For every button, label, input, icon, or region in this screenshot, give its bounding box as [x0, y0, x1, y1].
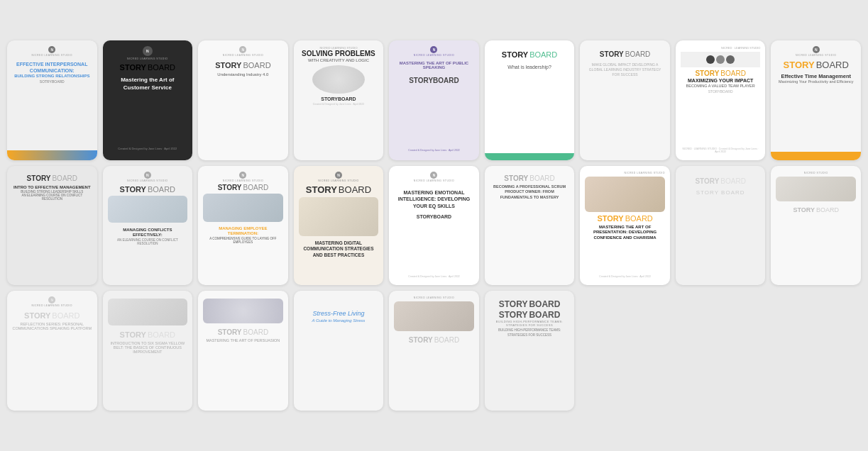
card-8-tag: NICRED · LEARNING STUDIO [681, 46, 761, 50]
card-15-story: STORY [504, 174, 528, 182]
card-20-main: INTRODUCTION TO SIX SIGMA YELLOW BELT: T… [108, 341, 188, 354]
card-2-footer: Created & Designed by Jane Lines · April… [108, 147, 188, 156]
card-20-board: BOARD [148, 330, 175, 339]
card-12-main: MANAGING EMPLOYEE TERMINATION: [203, 226, 283, 238]
card-21-main: MASTERING THE ART OF PERSUASION [203, 338, 283, 343]
card-3-tag: NICRED LEARNING STUDIO [203, 54, 283, 57]
card-9-board: BOARD [816, 60, 849, 70]
card-6-story: STORY [502, 50, 528, 59]
card-11-board: BOARD [148, 185, 175, 194]
card-5-top: MASTERING THE ART OF PUBLIC SPEAKING [394, 61, 474, 69]
card-12-board: BOARD [243, 184, 269, 191]
card-8[interactable]: NICRED · LEARNING STUDIO STORY BOARD MAX… [676, 40, 766, 160]
card-10[interactable]: STORY BOARD INTRO TO EFFECTIVE MANAGEMEN… [7, 166, 97, 286]
card-2-story: STORY [120, 63, 146, 72]
card-8-story: STORY [695, 69, 719, 77]
card-3-story: STORY [215, 61, 241, 69]
card-5-label: STORYBOARD [394, 77, 474, 84]
card-11-tag: NICRED LEARNING STUDIO [108, 179, 188, 182]
card-17[interactable]: STORY BOARD STORY BOARD [676, 166, 766, 286]
card-22-main: Stress-Free Living [299, 309, 379, 318]
card-19-board: BOARD [52, 311, 79, 320]
card-18-tag: NICRED STUDIO [776, 172, 856, 174]
card-23-story: STORY [409, 336, 433, 344]
card-15[interactable]: STORY BOARD BECOMING A PROFESSIONAL SCRU… [485, 166, 575, 286]
card-14[interactable]: N NICRED LEARNING STUDIO MASTERING EMOTI… [389, 166, 479, 286]
card-17-story: STORY [695, 177, 719, 185]
avatar-3 [726, 55, 735, 64]
card-23-img [394, 301, 474, 331]
card-4-sub: Created & Designed by Jane Lines · April… [299, 103, 379, 106]
card-13-board: BOARD [339, 184, 371, 195]
card-16[interactable]: NICRED LEARNING STUDIO STORY BOARD MASTE… [580, 166, 670, 286]
card-8-subtitle: BECOMING A VALUED TEAM PLAYER [681, 84, 761, 88]
card-11-sub: AN ELEARNING COURSE ON CONFLICT RESOLUTI… [108, 238, 188, 245]
card-18-board: BOARD [816, 206, 839, 213]
card-2-main: Mastering the Art of Customer Service [108, 76, 188, 91]
card-13-img [299, 197, 379, 236]
card-24-tag: BUILDING HIGH-PERFORMANCE TEAMS: STRATEG… [490, 320, 570, 327]
card-16-img [585, 177, 665, 212]
card-9-sub: Maximizing Your Productivity and Efficie… [776, 79, 856, 84]
card-3[interactable]: N NICRED LEARNING STUDIO STORY BOARD Und… [198, 40, 288, 160]
card-9-story: STORY [784, 60, 815, 70]
card-9-main: Effective Time Management [776, 73, 856, 79]
card-12-story: STORY [218, 184, 242, 191]
card-2[interactable]: N NICRED LEARNING STUDIO STORY BOARD Mas… [103, 40, 193, 160]
avatar-1 [706, 55, 715, 64]
card-22-sub: A Guide to Managing Stress [299, 318, 379, 323]
card-12-sub: A COMPREHENSIVE GUIDE TO LAYING OFF EMPL… [203, 237, 283, 244]
card-19[interactable]: N NICRED LEARNING STUDIO STORY BOARD REF… [7, 291, 97, 411]
card-1[interactable]: N NICRED LEARNING STUDIO EFFECTIVE INTER… [7, 40, 97, 160]
card-22[interactable]: Stress-Free Living A Guide to Managing S… [294, 291, 384, 411]
card-4-title: SOLVING PROBLEMS [299, 50, 379, 58]
card-13[interactable]: N NICRED LEARNING STUDIO STORY BOARD MAS… [294, 166, 384, 286]
card-7[interactable]: STORY BOARD MAKE GLOBAL IMPACT DEVELOPIN… [580, 40, 670, 160]
card-17-board: BOARD [720, 177, 746, 185]
card-1-tag: NICRED LEARNING STUDIO [12, 54, 92, 57]
card-19-main: REFLECTION SERIES: PERSONAL COMMUNICATIO… [12, 322, 92, 330]
card-13-main: MASTERING DIGITAL COMMUNICATION STRATEGI… [299, 240, 379, 258]
card-6-board: BOARD [529, 50, 557, 59]
card-23-tag: NICRED LEARNING STUDIO [394, 296, 474, 299]
card-21-img [203, 299, 283, 323]
card-4-tagline: WITH CREATIVITY AND LOGIC [299, 58, 379, 62]
card-6[interactable]: STORY BOARD What is leadership? [485, 40, 575, 160]
card-16-board: BOARD [625, 214, 653, 223]
card-14-label: STORYBOARD [394, 214, 474, 219]
card-11-main: MANAGING CONFLICTS EFFECTIVELY: [108, 228, 188, 239]
card-21[interactable]: STORY BOARD MASTERING THE ART OF PERSUAS… [198, 291, 288, 411]
card-24-main: BUILDING HIGH-PERFORMANCE TEAMS: STRATEG… [490, 328, 570, 338]
card-23-board: BOARD [434, 336, 460, 344]
card-21-story: STORY [218, 328, 242, 336]
card-8-board: BOARD [720, 69, 746, 77]
card-18-story: STORY [793, 206, 815, 213]
card-grid: N NICRED LEARNING STUDIO EFFECTIVE INTER… [7, 40, 861, 411]
card-1-subtitle: BUILDING STRONG RELATIONSHIPS [12, 74, 92, 78]
card-24-board2: BOARD [529, 310, 560, 320]
card-12[interactable]: N NICRED LEARNING STUDIO STORY BOARD MAN… [198, 166, 288, 286]
card-20[interactable]: STORY BOARD INTRODUCTION TO SIX SIGMA YE… [103, 291, 193, 411]
card-8-footer: NICRED · LEARNING STUDIO · Created & Des… [681, 147, 761, 156]
card-17-sub: STORY BOARD [681, 189, 761, 196]
card-11[interactable]: N NICRED LEARNING STUDIO STORY BOARD MAN… [103, 166, 193, 286]
card-9[interactable]: N NICRED LEARNING STUDIO STORY BOARD Eff… [771, 40, 861, 160]
card-4[interactable]: NICRED LEARNING STUDIO SOLVING PROBLEMS … [294, 40, 384, 160]
card-24-story: STORY [499, 299, 528, 309]
card-24[interactable]: STORY BOARD STORY BOARD BUILDING HIGH-PE… [485, 291, 575, 411]
card-5[interactable]: N NICRED LEARNING STUDIO MASTERING THE A… [389, 40, 479, 160]
card-3-board: BOARD [243, 61, 270, 69]
card-14-footer: Created & Designed by Jane Lines · April… [394, 275, 474, 281]
card-18[interactable]: NICRED STUDIO STORY BOARD [771, 166, 861, 286]
card-4-label: STORYBOARD [299, 96, 379, 101]
card-11-story: STORY [120, 185, 146, 194]
card-10-story: STORY [27, 174, 51, 182]
card-3-main: Understanding Industry 4.0 [217, 72, 268, 77]
card-8-main: MAXIMIZING YOUR IMPACT [681, 77, 761, 84]
card-5-tag: NICRED LEARNING STUDIO [394, 54, 474, 57]
card-6-main: What is leadership? [507, 65, 551, 69]
card-24-board: BOARD [529, 299, 560, 309]
card-16-tag: NICRED LEARNING STUDIO [585, 172, 665, 174]
card-23[interactable]: NICRED LEARNING STUDIO STORY BOARD [389, 291, 479, 411]
card-20-img [108, 299, 188, 325]
